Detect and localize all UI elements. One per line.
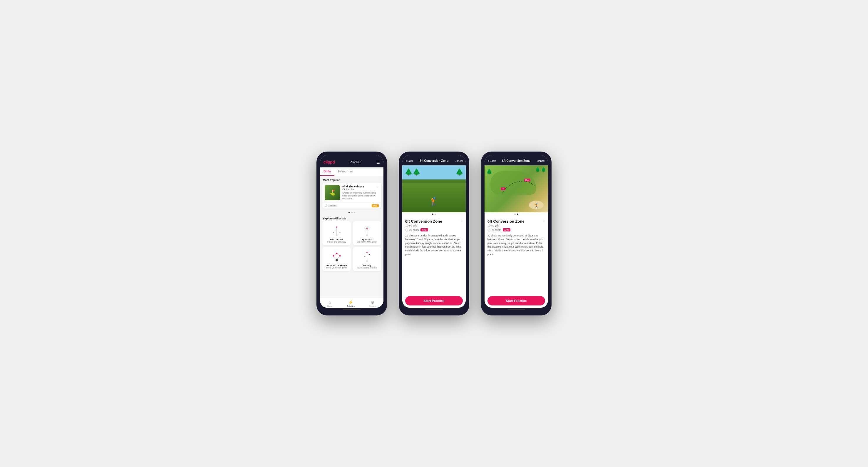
most-popular-label: Most Popular <box>320 176 383 183</box>
svg-point-15 <box>339 255 341 257</box>
drill-description-2: 20 shots are randomly generated at dista… <box>405 234 463 257</box>
image-dots-2 <box>402 212 466 216</box>
drill-title-row-3: 6ft Conversion Zone ☆ <box>488 219 545 224</box>
cancel-button-2[interactable]: Cancel <box>455 160 463 162</box>
featured-card-info: Find The Fairway Off The Tee ☆ Create an… <box>342 185 379 200</box>
tab-favourites[interactable]: Favourites <box>334 167 356 176</box>
drill-description-3: 20 shots are randomly generated at dista… <box>488 234 545 257</box>
drill-shots-row-2: 🕐 20 shots ARG <box>405 228 463 231</box>
svg-point-23 <box>366 252 368 253</box>
trees-right-icon: 🌲 <box>456 168 463 176</box>
featured-card-image <box>325 185 340 200</box>
skill-card-atg[interactable]: Around The Green Hone your short game <box>322 247 351 271</box>
svg-point-21 <box>366 260 368 262</box>
svg-point-4 <box>336 227 337 228</box>
drill-tag-3: ARG <box>503 228 510 231</box>
svg-line-2 <box>334 229 337 232</box>
home-bar <box>343 309 361 310</box>
drill-range-3: 10-50 yds <box>488 224 545 227</box>
svg-point-5 <box>333 232 334 233</box>
map-fairway-area <box>490 171 536 195</box>
featured-card-description: Create an imaginary fairway using trees … <box>342 192 379 200</box>
skill-card-approach[interactable]: Approach Dial-in to hit the green <box>352 221 381 245</box>
nav-home[interactable]: ⌂ Home <box>327 300 333 307</box>
putting-skill-name: Putting <box>363 264 371 267</box>
start-practice-button-3[interactable]: Start Practice <box>488 296 545 305</box>
tab-drills[interactable]: Drills <box>320 167 334 176</box>
drill-header-3: < Back 6ft Conversion Zone Cancel <box>485 155 548 165</box>
map-tree2-icon: 🌲🌲 <box>535 167 547 172</box>
ott-skill-desc: Power and accuracy <box>327 241 346 243</box>
image-dot-2 <box>435 213 436 215</box>
phone-2: < Back 6ft Conversion Zone Cancel 🌲🌲 🌲 🏌… <box>399 152 469 315</box>
dot-1 <box>348 212 350 213</box>
svg-point-14 <box>333 255 334 257</box>
svg-line-18 <box>337 257 340 259</box>
image-dot-3-1 <box>514 213 516 215</box>
capture-icon: ⊕ <box>371 300 374 305</box>
approach-skill-icon <box>360 224 374 238</box>
shots-clock-icon-3: 🕐 <box>488 229 491 231</box>
skill-card-putting[interactable]: Putting Make and lag practice <box>352 247 381 271</box>
image-dot-1 <box>432 213 433 215</box>
nav-activities[interactable]: ⚡ Activities <box>347 300 355 307</box>
drill-main-title-3: 6ft Conversion Zone <box>488 219 525 224</box>
phone-notch-2 <box>425 152 443 153</box>
featured-card-footer: 🕐 10 shots OTT <box>322 203 381 208</box>
screen-content: Most Popular Find The Fairway Off The Te… <box>320 176 383 298</box>
dot-2 <box>351 212 352 213</box>
favourite-star-icon[interactable]: ☆ <box>376 185 379 188</box>
ott-skill-name: Off The Tee <box>330 238 343 241</box>
drill-map-image: 🌲 🌲🌲 Hit Miss 🏌️ <box>485 165 548 212</box>
drill-header-2: < Back 6ft Conversion Zone Cancel <box>402 155 466 165</box>
back-button-3[interactable]: < Back <box>488 160 496 162</box>
drill-shots-count-2: 20 shots <box>409 229 419 231</box>
putting-skill-icon <box>360 250 374 263</box>
shots-count: 10 shots <box>328 204 336 207</box>
explore-skills-label: Explore skill areas <box>320 215 383 221</box>
drill-fav-star-2[interactable]: ☆ <box>460 219 463 222</box>
ott-tag: OTT <box>372 204 379 207</box>
drill-shots-count-3: 20 shots <box>492 229 501 231</box>
map-hit-marker: Hit <box>501 188 505 190</box>
home-bar-3 <box>507 309 525 310</box>
skill-card-ott[interactable]: Off The Tee Power and accuracy <box>322 221 351 245</box>
featured-card[interactable]: Find The Fairway Off The Tee ☆ Create an… <box>322 183 381 208</box>
home-icon: ⌂ <box>329 300 331 305</box>
back-button-2[interactable]: < Back <box>405 160 413 162</box>
carousel-dots <box>320 210 383 215</box>
phone-1: clippd Practice ☰ Drills Favourites Most… <box>316 152 387 315</box>
start-practice-button-2[interactable]: Start Practice <box>405 296 463 305</box>
shots-info: 🕐 10 shots <box>325 204 336 207</box>
drill-content-3: 6ft Conversion Zone ☆ 10-50 yds 🕐 20 sho… <box>485 216 548 294</box>
nav-home-label: Home <box>327 305 333 307</box>
drill-fav-star-3[interactable]: ☆ <box>542 219 545 222</box>
clock-icon: 🕐 <box>325 204 327 207</box>
drill-range-2: 10-50 yds <box>405 224 463 227</box>
atg-skill-desc: Hone your short game <box>327 267 347 269</box>
svg-line-20 <box>337 254 340 255</box>
drill-shots-text-3: 🕐 20 shots <box>488 229 501 231</box>
approach-icon-area <box>360 224 374 238</box>
golfer-figure-icon: 🏌️ <box>429 197 439 206</box>
featured-card-subtitle: Off The Tee <box>342 188 364 191</box>
drill-header-title-2: 6ft Conversion Zone <box>420 159 448 162</box>
menu-icon[interactable]: ☰ <box>376 160 380 165</box>
drill-shots-text-2: 🕐 20 shots <box>405 229 419 231</box>
svg-point-16 <box>336 253 337 254</box>
shots-clock-icon-2: 🕐 <box>405 229 408 231</box>
cancel-button-3[interactable]: Cancel <box>537 160 545 162</box>
atg-skill-name: Around The Green <box>326 264 347 267</box>
nav-activities-label: Activities <box>347 305 355 307</box>
bottom-nav: ⌂ Home ⚡ Activities ⊕ Capture <box>320 298 383 308</box>
screen-2: < Back 6ft Conversion Zone Cancel 🌲🌲 🌲 🏌… <box>402 155 466 308</box>
trees-left-icon: 🌲🌲 <box>405 168 421 176</box>
featured-card-title: Find The Fairway <box>342 185 364 188</box>
activities-icon: ⚡ <box>348 300 353 305</box>
screen-3: < Back 6ft Conversion Zone Cancel 🌲 🌲🌲 H… <box>485 155 548 308</box>
drill-shots-row-3: 🕐 20 shots ARG <box>488 228 545 231</box>
phone-notch <box>343 152 361 153</box>
nav-capture[interactable]: ⊕ Capture <box>369 300 376 307</box>
map-tree1-icon: 🌲 <box>486 168 493 175</box>
header-title: Practice <box>350 160 362 164</box>
